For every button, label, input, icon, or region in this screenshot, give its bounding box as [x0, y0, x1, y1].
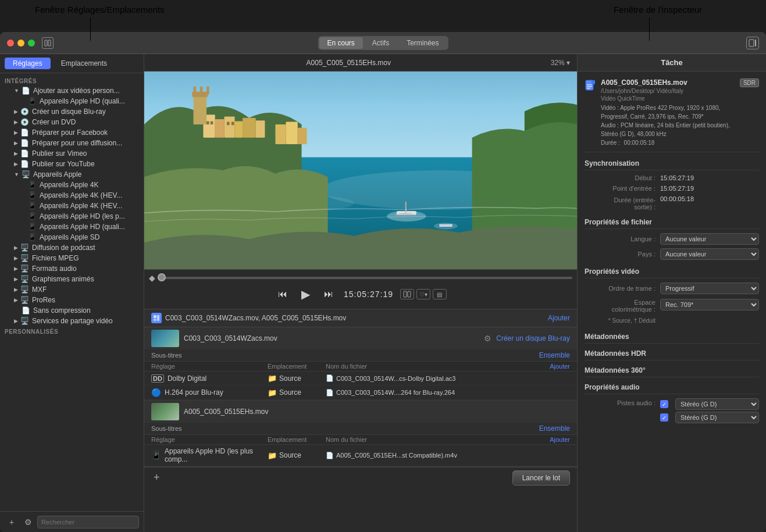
svg-rect-32 [408, 291, 411, 297]
col-emplacement-label-2: Emplacement [268, 436, 326, 443]
sidebar-item-sans-compression[interactable]: 📄 Sans compression [0, 305, 144, 316]
launch-batch-button[interactable]: Lancer le lot [512, 470, 570, 485]
sidebar-tab-reglages[interactable]: Réglages [5, 58, 51, 69]
inspector-metadata-360-title[interactable]: Métadonnées 360° [585, 364, 759, 377]
sidebar-item-label: Appareils Apple HD (quali... [40, 223, 125, 231]
scrubber-row: ◆ [149, 272, 572, 284]
search-input[interactable] [37, 516, 139, 529]
langue-select[interactable]: Aucune valeur [660, 233, 759, 245]
sidebar-item-appareils-hd-les-p[interactable]: 📱 Appareils Apple HD (les p... [0, 211, 144, 222]
sidebar-item-appareils-hd-quali-1[interactable]: 📱 Appareils Apple HD (quali... [0, 96, 144, 106]
sidebar-list: INTÉGRÉS ▼ 📄 Ajouter aux vidéos person..… [0, 73, 144, 511]
audio-channel-select-1[interactable]: Stéréo (G D) [675, 398, 759, 410]
sidebar-item-vimeo[interactable]: ▶ 📄 Publier sur Vimeo [0, 148, 144, 159]
svg-rect-19 [275, 124, 286, 144]
inspector-sync-point-entree: Point d'entrée : 15:05:27:19 [585, 183, 759, 194]
col-add-btn-2[interactable]: Ajouter [541, 436, 570, 443]
pays-select[interactable]: Aucune valeur [660, 248, 759, 260]
sidebar-item-diffusion[interactable]: ▶ 📄 Préparer pour une diffusion... [0, 138, 144, 148]
minimize-button[interactable] [17, 40, 24, 47]
sidebar-item-mpeg[interactable]: ▶ 🖥️ Fichiers MPEG [0, 253, 144, 263]
inspector-metadata-hdr-title[interactable]: Métadonnées HDR [585, 347, 759, 360]
sidebar-item-appareils-4k[interactable]: 📱 Appareils Apple 4K [0, 180, 144, 190]
audio-checkbox-2[interactable] [660, 413, 668, 422]
sidebar-item-appareils-4k-hev2[interactable]: 📱 Appareils Apple 4K (HEV... [0, 201, 144, 211]
tab-terminees[interactable]: Terminées [398, 37, 447, 49]
audio-checkbox-1[interactable] [660, 400, 668, 408]
sidebar-item-appareils-apple[interactable]: ▼ 🖥️ Appareils Apple [0, 169, 144, 180]
sidebar-item-appareils-sd[interactable]: 📱 Appareils Apple SD [0, 232, 144, 242]
inspector-metadata-title[interactable]: Métadonnées [585, 330, 759, 344]
batch-add-button[interactable]: Ajouter [548, 314, 570, 322]
sidebar-item-graphismes[interactable]: ▶ 🖥️ Graphismes animés [0, 274, 144, 284]
sidebar-item-label: Appareils Apple HD (quali... [40, 97, 125, 105]
sidebar-item-partage-video[interactable]: ▶ 🖥️ Services de partage vidéo [0, 316, 144, 326]
sidebar-item-label: Appareils Apple [33, 170, 81, 178]
espace-select[interactable]: Rec. 709* [660, 299, 759, 310]
setting-appareils: 📱 Appareils Apple HD (les plus comp... [151, 447, 268, 463]
chevron-right-icon: ▶ [14, 287, 18, 292]
monitor-icon: 🖥️ [20, 275, 29, 283]
sidebar-item-appareils-hd-quali-2[interactable]: 📱 Appareils Apple HD (quali... [0, 222, 144, 232]
sidebar-item-label: Créer un disque Blu-ray [32, 108, 106, 116]
svg-rect-38 [587, 84, 592, 85]
folder-icon-dolby: 📁 [268, 374, 277, 383]
sidebar-item-facebook[interactable]: ▶ 📄 Préparer pour Facebook [0, 127, 144, 138]
espace-label: Espacecolorimétrique : [585, 298, 660, 313]
source-file-1-gear-icon[interactable]: ⚙ [484, 334, 491, 343]
skip-to-end-button[interactable]: ⏭ [320, 288, 337, 301]
chevron-right-icon: ▶ [14, 140, 18, 146]
source-file-1-action[interactable]: Créer un disque Blu-ray [496, 334, 570, 342]
monitor-icon: 🖥️ [20, 265, 29, 273]
sidebar-item-mxf[interactable]: ▶ 🖥️ MXF [0, 284, 144, 295]
add-destination-button[interactable]: + [5, 515, 19, 529]
skip-to-start-button[interactable]: ⏮ [275, 288, 291, 301]
sidebar-item-podcast[interactable]: ▶ 🖥️ Diffusion de podcast [0, 242, 144, 253]
subtitle-ensemble-1[interactable]: Ensemble [539, 351, 570, 359]
sidebar-item-audio[interactable]: ▶ 🖥️ Formats audio [0, 263, 144, 274]
col-reglage-label-2: Réglage [151, 436, 268, 443]
sidebar-item-label: Diffusion de podcast [32, 244, 95, 252]
sidebar-item-dvd[interactable]: ▶ 💿 Créer un DVD [0, 117, 144, 127]
sidebar-tab-emplacements[interactable]: Emplacements [53, 58, 115, 69]
inspector-sync-title[interactable]: Synchronisation [585, 157, 759, 170]
close-button[interactable] [7, 40, 14, 47]
subtitle-ensemble-2[interactable]: Ensemble [539, 424, 570, 433]
svg-rect-22 [206, 121, 209, 124]
scrubber-track[interactable] [158, 277, 572, 279]
fullscreen-button[interactable] [28, 40, 35, 47]
titlebar-tabs: En cours Actifs Terminées [318, 36, 448, 50]
svg-rect-1 [48, 40, 51, 46]
svg-rect-10 [225, 117, 235, 138]
inspector-toggle-icon[interactable] [746, 37, 759, 49]
video-zoom[interactable]: 32% ▾ [551, 59, 570, 67]
svg-rect-24 [227, 122, 230, 126]
sidebar-item-prores[interactable]: ▶ 🖥️ ProRes [0, 295, 144, 305]
setting-h264-label: H.264 pour Blu-ray [165, 388, 223, 397]
nom-dolby: 📄 C003_C003_0514W...cs-Dolby Digital.ac3 [326, 374, 570, 382]
sidebar-item-youtube[interactable]: ▶ 📄 Publier sur YouTube [0, 159, 144, 169]
window-layout-icon[interactable] [42, 37, 54, 49]
view-mode-icon[interactable] [400, 289, 414, 299]
sidebar-item-label: Publier sur Vimeo [32, 149, 87, 158]
col-add-btn-1[interactable]: Ajouter [541, 363, 570, 370]
sidebar-item-ajouter-videos[interactable]: ▼ 📄 Ajouter aux vidéos person... [0, 85, 144, 96]
sidebar-item-appareils-4k-hev1[interactable]: 📱 Appareils Apple 4K (HEV... [0, 190, 144, 201]
batch-add-item-button[interactable]: + [151, 472, 162, 484]
tab-actifs[interactable]: Actifs [364, 37, 397, 49]
sdr-badge: SDR [740, 78, 759, 87]
scrubber-thumb[interactable] [158, 273, 166, 281]
ordre-trame-select[interactable]: Progressif [660, 283, 759, 294]
subtitle-icon[interactable]: ▤ [433, 289, 447, 299]
sidebar-item-bluray[interactable]: ▶ 💿 Créer un disque Blu-ray [0, 106, 144, 117]
play-button[interactable]: ▶ [298, 286, 313, 302]
heart-icon[interactable]: ♡▾ [416, 289, 430, 299]
inspector-file-props-title[interactable]: Propriétés de fichier [585, 216, 759, 229]
tab-en-cours[interactable]: En cours [319, 37, 362, 49]
batch-header: C003_C003_0514WZacs.mov, A005_C005_0515E… [144, 309, 577, 327]
inspector-video-props-title[interactable]: Propriétés vidéo [585, 265, 759, 279]
video-background [144, 72, 577, 269]
gear-button[interactable]: ⚙ [21, 515, 35, 529]
audio-channel-select-2[interactable]: Stéréo (G D) [675, 412, 759, 423]
inspector-audio-title[interactable]: Propriétés audio [585, 381, 759, 394]
